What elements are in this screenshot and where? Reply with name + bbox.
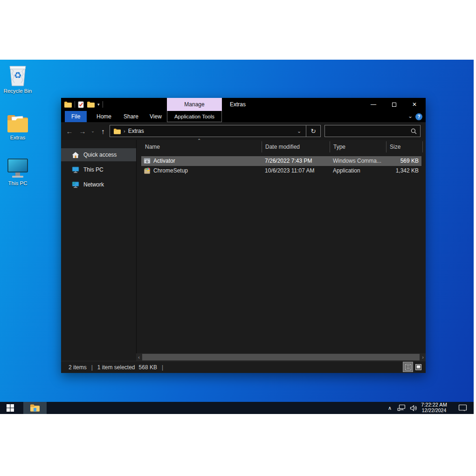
sidebar-item-label: This PC — [83, 166, 103, 173]
start-button[interactable] — [7, 404, 14, 412]
navigation-pane: Quick access This PC Network — [61, 140, 136, 353]
title-bar: ▾ Manage Extras — ✕ — [61, 98, 426, 111]
dropdown-chevron-icon[interactable]: ▾ — [97, 102, 100, 107]
address-dropdown-chevron-icon[interactable]: ⌄ — [292, 128, 306, 134]
action-center-icon[interactable] — [458, 402, 467, 414]
command-file-icon — [144, 158, 151, 164]
file-row-chromesetup[interactable]: ChromeSetup 10/6/2023 11:07 AM Applicati… — [141, 166, 421, 176]
recycle-bin-icon: ♻ — [3, 63, 33, 87]
file-type: Windows Comma... — [333, 156, 381, 166]
address-bar[interactable]: › Extras ⌄ ↻ — [110, 125, 321, 137]
search-icon[interactable] — [411, 128, 420, 134]
sidebar-item-this-pc[interactable]: This PC — [61, 163, 136, 176]
file-name: Activator — [153, 156, 175, 166]
desktop: ♻ Recycle Bin Extras — [0, 60, 474, 414]
file-explorer-icon — [30, 404, 40, 412]
desktop-icon-this-pc[interactable]: This PC — [3, 156, 33, 186]
large-icons-view-button[interactable] — [414, 362, 423, 372]
view-toggle-buttons — [403, 362, 423, 372]
selection-count: 1 item selected — [97, 364, 135, 371]
taskbar-file-explorer-button[interactable] — [23, 402, 47, 414]
sidebar-item-quick-access[interactable]: Quick access — [61, 148, 136, 161]
file-date-modified: 7/26/2022 7:43 PM — [265, 156, 312, 166]
file-date-modified: 10/6/2023 11:07 AM — [265, 166, 315, 176]
column-header-name[interactable]: Name — [145, 144, 160, 150]
desktop-icon-label: Extras — [3, 135, 33, 140]
desktop-icon-label: Recycle Bin — [3, 88, 33, 94]
file-row-activator[interactable]: Activator 7/26/2022 7:43 PM Windows Comm… — [141, 156, 421, 166]
scroll-right-icon[interactable]: › — [420, 353, 426, 361]
tab-view[interactable]: View — [143, 111, 168, 122]
tab-application-tools[interactable]: Application Tools — [167, 111, 222, 122]
column-header-type[interactable]: Type — [333, 144, 345, 150]
status-bar: 2 items | 1 item selected 568 KB | — [61, 361, 426, 373]
taskbar: ∧ 7:22:22 AM 12/22/2024 — [0, 402, 474, 414]
installer-file-icon — [144, 167, 151, 174]
column-header-size[interactable]: Size — [390, 144, 400, 150]
horizontal-scrollbar[interactable]: ‹ › — [136, 353, 426, 361]
network-icon — [72, 181, 79, 188]
help-button[interactable]: ? — [415, 113, 422, 120]
sidebar-item-label: Network — [83, 181, 104, 188]
search-box — [324, 125, 421, 137]
tab-file[interactable]: File — [65, 111, 87, 122]
clock-time: 7:22:22 AM — [421, 402, 447, 407]
file-type: Application — [333, 166, 360, 176]
desktop-icon-extras[interactable]: Extras — [3, 110, 33, 140]
refresh-icon[interactable]: ↻ — [306, 127, 320, 135]
recent-locations-chevron-icon[interactable]: ⌄ — [89, 122, 97, 140]
address-row: ← → ⌄ ↑ › Extras ⌄ ↻ — [61, 122, 426, 140]
folder-icon — [113, 128, 121, 134]
file-size: 569 KB — [400, 156, 419, 166]
desktop-icon-recycle-bin[interactable]: ♻ Recycle Bin — [3, 63, 33, 94]
properties-check-icon[interactable] — [78, 101, 84, 108]
chevron-down-icon[interactable]: ⌄ — [408, 113, 413, 119]
forward-button[interactable]: → — [77, 122, 88, 140]
scroll-left-icon[interactable]: ‹ — [136, 353, 142, 361]
close-button[interactable]: ✕ — [404, 98, 425, 111]
column-headers: ⌃ Name Date modified Type Size — [137, 140, 426, 154]
toolbar-separator — [75, 101, 75, 108]
window-title: Extras — [230, 98, 246, 111]
folder-icon[interactable] — [87, 101, 95, 108]
breadcrumb-path[interactable]: Extras — [128, 128, 144, 134]
network-tray-icon[interactable] — [397, 402, 406, 414]
sidebar-item-label: Quick access — [83, 152, 117, 158]
clock-date: 12/22/2024 — [422, 407, 447, 413]
details-view-button[interactable] — [403, 362, 413, 372]
file-explorer-window: ▾ Manage Extras — ✕ File Home Share View… — [61, 98, 426, 373]
file-name: ChromeSetup — [153, 166, 188, 176]
minimize-button[interactable]: — — [363, 98, 384, 111]
folder-icon — [3, 110, 33, 133]
search-input[interactable] — [325, 128, 411, 134]
selection-size: 568 KB — [139, 364, 157, 371]
scrollbar-thumb[interactable] — [142, 354, 420, 360]
sort-ascending-icon: ⌃ — [197, 138, 201, 143]
tray-expand-chevron-icon[interactable]: ∧ — [388, 402, 392, 414]
file-size: 1,342 KB — [396, 166, 419, 176]
back-button[interactable]: ← — [64, 122, 75, 140]
breadcrumb-chevron-icon: › — [124, 128, 125, 134]
tab-share[interactable]: Share — [117, 111, 145, 122]
desktop-icon-label: This PC — [3, 180, 33, 186]
file-list-area: ⌃ Name Date modified Type Size Activator… — [136, 140, 426, 353]
maximize-icon — [392, 103, 396, 107]
window-controls: — ✕ — [363, 98, 425, 111]
computer-icon — [3, 156, 33, 179]
maximize-button[interactable] — [384, 98, 404, 111]
monitor-icon — [72, 166, 79, 173]
column-header-date-modified[interactable]: Date modified — [265, 144, 300, 150]
sidebar-item-network[interactable]: Network — [61, 178, 136, 191]
folder-icon[interactable] — [64, 101, 72, 108]
taskbar-clock[interactable]: 7:22:22 AM 12/22/2024 — [416, 402, 452, 414]
house-icon — [72, 152, 79, 159]
quick-access-toolbar: ▾ — [64, 98, 103, 111]
items-count: 2 items — [69, 364, 87, 371]
tab-home[interactable]: Home — [90, 111, 118, 122]
ribbon-tab-row: File Home Share View Application Tools ⌄… — [61, 111, 426, 122]
toolbar-separator — [103, 101, 103, 108]
contextual-tab-manage[interactable]: Manage — [167, 98, 222, 111]
up-button[interactable]: ↑ — [97, 122, 109, 140]
svg-text:♻: ♻ — [14, 70, 21, 80]
